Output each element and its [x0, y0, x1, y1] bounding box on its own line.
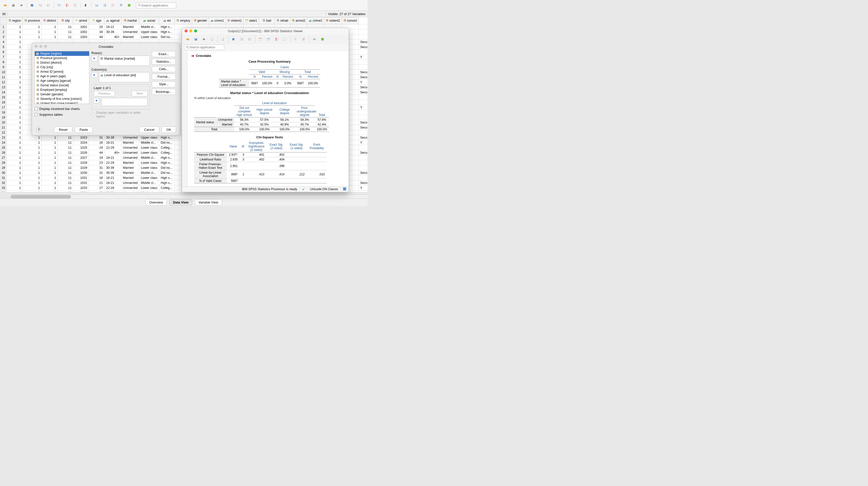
data-cell[interactable]: 18-21 [104, 24, 121, 29]
data-cell[interactable]: 1 [23, 135, 41, 140]
data-cell[interactable]: 1025 [73, 145, 89, 150]
data-cell[interactable]: 1 [23, 29, 41, 34]
data-cell[interactable]: 11 [58, 155, 73, 160]
data-cell[interactable]: 1 [7, 105, 23, 110]
data-cell[interactable] [359, 145, 368, 150]
data-cell[interactable]: 1 [23, 165, 41, 170]
data-cell[interactable]: 1 [7, 44, 23, 50]
data-cell[interactable]: 1 [7, 155, 23, 160]
data-cell[interactable]: 40+ [104, 150, 121, 155]
data-cell[interactable]: 1 [41, 160, 58, 165]
data-cell[interactable]: Second a [359, 170, 368, 175]
data-cell[interactable]: 1 [23, 190, 41, 192]
move-to-layer-button[interactable] [94, 98, 100, 103]
row-header[interactable]: 22 [0, 130, 7, 135]
associate-icon[interactable] [311, 35, 318, 43]
data-cell[interactable]: 23 [89, 160, 104, 165]
variable-list-item[interactable]: Gender [gender] [35, 92, 89, 97]
reset-button[interactable]: Reset [54, 127, 72, 133]
variable-list-item[interactable]: Province [province] [35, 56, 89, 60]
data-cell[interactable]: 1002 [73, 29, 89, 34]
data-cell[interactable]: 1 [7, 95, 23, 100]
data-cell[interactable] [359, 165, 368, 170]
data-cell[interactable]: 22-29 [104, 160, 121, 165]
statistics-button[interactable]: Statistics... [152, 59, 176, 65]
undo-icon[interactable] [238, 35, 245, 43]
data-cell[interactable]: 1 [7, 185, 23, 190]
data-cell[interactable]: 1 [23, 34, 41, 39]
data-cell[interactable] [359, 130, 368, 135]
column-header[interactable]: marital [121, 18, 139, 24]
data-cell[interactable] [359, 190, 368, 192]
data-cell[interactable]: High s... [159, 155, 175, 160]
row-header[interactable]: 12 [0, 80, 7, 85]
data-cell[interactable]: 1 [7, 130, 23, 135]
data-cell[interactable] [359, 155, 368, 160]
row-header[interactable]: 17 [0, 105, 7, 110]
data-cell[interactable]: Colleg... [159, 150, 175, 155]
data-cell[interactable]: 1031 [73, 175, 89, 181]
data-cell[interactable]: Unmarried [121, 145, 139, 150]
tab-overview[interactable]: Overview [146, 199, 167, 205]
row-header[interactable]: 2 [0, 29, 7, 34]
data-cell[interactable]: 11 [58, 34, 73, 39]
data-cell[interactable]: 30-39 [104, 165, 121, 170]
data-cell[interactable]: 11 [58, 190, 73, 192]
data-cell[interactable]: 18 [89, 175, 104, 181]
data-cell[interactable]: Y [359, 80, 368, 85]
data-cell[interactable]: 30-39 [104, 29, 121, 34]
data-cell[interactable]: 1 [7, 29, 23, 34]
data-cell[interactable]: Y [359, 185, 368, 190]
data-cell[interactable]: 1 [7, 85, 23, 90]
data-cell[interactable]: High s... [159, 175, 175, 181]
data-cell[interactable]: 18-21 [104, 140, 121, 145]
row-header[interactable]: 16 [0, 100, 7, 105]
tab-data-view[interactable]: Data View [169, 199, 192, 205]
ok-button[interactable]: OK [162, 127, 176, 133]
data-cell[interactable]: 18 [89, 140, 104, 145]
data-cell[interactable]: Lower class [139, 34, 159, 39]
data-cell[interactable]: 1 [7, 135, 23, 140]
column-header[interactable]: ed [159, 18, 175, 24]
row-header[interactable]: 32 [0, 181, 7, 185]
row-header[interactable]: 19 [0, 115, 7, 120]
data-cell[interactable]: Second a [359, 150, 368, 155]
data-cell[interactable]: Married [121, 165, 139, 170]
data-cell[interactable] [359, 110, 368, 115]
minimize-icon[interactable] [39, 45, 42, 48]
data-cell[interactable] [359, 175, 368, 181]
weight-cases-icon[interactable] [117, 1, 125, 9]
column-header[interactable]: bail [259, 18, 275, 24]
open-file-icon[interactable] [1, 1, 9, 9]
data-cell[interactable]: 1 [41, 175, 58, 181]
data-cell[interactable]: 1 [41, 190, 58, 192]
row-header[interactable]: 10 [0, 70, 7, 75]
data-cell[interactable]: 1 [7, 75, 23, 80]
row-header[interactable]: 4 [0, 39, 7, 44]
row-header[interactable]: 6 [0, 50, 7, 55]
data-cell[interactable]: 1 [7, 115, 23, 120]
variables-icon[interactable] [281, 35, 288, 43]
data-cell[interactable]: 1 [7, 160, 23, 165]
data-cell[interactable]: 1 [7, 39, 23, 44]
variable-list-item[interactable]: Age category [agecat] [35, 78, 89, 83]
data-cell[interactable]: Unmarried [121, 135, 139, 140]
search-application[interactable] [136, 2, 176, 8]
data-cell[interactable]: Did no... [159, 34, 175, 39]
variable-list-item[interactable]: City [city] [35, 65, 89, 69]
data-cell[interactable]: 11 [58, 165, 73, 170]
row-header[interactable]: 7 [0, 55, 7, 60]
goto-data-icon[interactable] [257, 35, 264, 43]
close-icon[interactable] [185, 29, 188, 32]
data-cell[interactable]: Second a [359, 125, 368, 130]
layer-previous-button[interactable]: Previous [94, 91, 115, 96]
cells-button[interactable]: Cells... [152, 66, 176, 72]
data-cell[interactable]: 1 [23, 140, 41, 145]
data-cell[interactable]: 1028 [73, 160, 89, 165]
column-header[interactable]: arrest2 [290, 18, 307, 24]
data-cell[interactable]: Unmarried [121, 190, 139, 192]
recall-dialog-icon[interactable] [28, 1, 36, 9]
data-cell[interactable]: High s... [159, 160, 175, 165]
column-header[interactable]: district [41, 18, 58, 24]
data-cell[interactable]: 1 [7, 80, 23, 85]
